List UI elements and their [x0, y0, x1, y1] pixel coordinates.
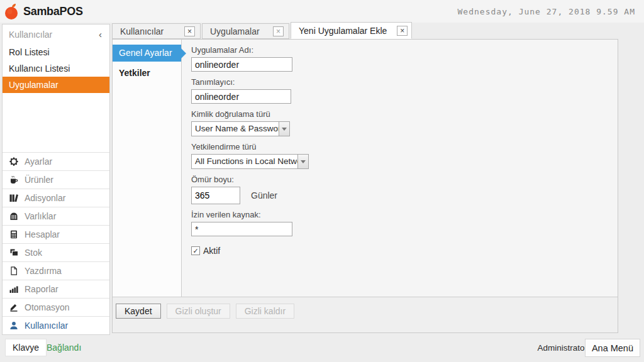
content-panel: Genel Ayarlar Yetkiler Uygulamalar Adı: … [112, 39, 618, 333]
module-label: Adisyonlar [25, 193, 65, 203]
module-stok[interactable]: Stok [3, 243, 109, 261]
module-label: Raporlar [25, 284, 58, 294]
calculator-icon [8, 229, 19, 239]
tab-label: Uygulamalar [210, 26, 260, 36]
tab-yeni-uygulamalar-ekle[interactable]: Yeni Uygulamalar Ekle × [291, 22, 412, 39]
module-label: Yazdırma [25, 266, 62, 276]
storefront-icon [8, 211, 19, 221]
authz-type-label: Yetkilendirme türü [191, 142, 443, 151]
sidebar-section-title: Kullanıcılar [9, 30, 52, 40]
auth-type-value: User Name & Password [192, 122, 279, 136]
action-button-bar: Kaydet Gizli oluştur Gizli kaldır [113, 297, 618, 332]
settings-side-menu: Genel Ayarlar Yetkiler [113, 40, 182, 297]
dropdown-arrow-icon[interactable] [297, 155, 308, 168]
active-checkbox[interactable]: ✓ [191, 246, 200, 255]
books-icon [8, 193, 19, 203]
footer-bar: Klavye Bağlandı Administrator Ana Menü [0, 336, 644, 362]
sambapos-apple-icon [3, 3, 20, 20]
tab-label: Kullanıcılar [120, 26, 164, 36]
close-icon[interactable]: × [184, 26, 195, 36]
auth-type-select[interactable]: User Name & Password [191, 121, 290, 136]
module-otomasyon[interactable]: Otomasyon [3, 298, 109, 316]
app-name-input[interactable] [191, 57, 292, 72]
sidebar: Kullanıcılar ‹ Rol Listesi Kullanıcı Lis… [2, 24, 110, 335]
authz-type-select[interactable]: All Functions in Local Network [191, 154, 309, 169]
sidebar-section-header: Kullanıcılar ‹ [3, 25, 109, 44]
pencil-icon [8, 302, 19, 312]
lifetime-input[interactable] [191, 187, 240, 204]
authz-type-value: All Functions in Local Network [192, 155, 297, 168]
active-checkbox-label: Aktif [203, 246, 220, 256]
tab-uygulamalar[interactable]: Uygulamalar × [202, 23, 289, 39]
save-button[interactable]: Kaydet [116, 304, 161, 319]
module-label: Stok [25, 248, 42, 258]
module-hesaplar[interactable]: Hesaplar [3, 225, 109, 243]
coffee-cup-icon [8, 175, 19, 185]
module-yazdirma[interactable]: Yazdırma [3, 261, 109, 280]
module-label: Otomasyon [25, 302, 70, 312]
datetime-display: Wednesday, June 27, 2018 9.59 AM [458, 7, 635, 16]
sidebar-item-uygulamalar[interactable]: Uygulamalar [3, 77, 109, 93]
header-bar: SambaPOS Wednesday, June 27, 2018 9.59 A… [0, 0, 644, 23]
tab-kullanicilar[interactable]: Kullanıcılar × [112, 23, 201, 39]
bar-chart-icon [8, 284, 19, 294]
keyboard-button[interactable]: Klavye [5, 339, 47, 356]
module-urunler[interactable]: Ürünler [3, 170, 109, 189]
close-icon[interactable]: × [273, 26, 284, 36]
module-ayarlar[interactable]: Ayarlar [3, 152, 109, 170]
auth-type-label: Kimlik doğrulama türü [191, 109, 443, 119]
identifier-label: Tanımlayıcı: [191, 77, 443, 87]
app-name-label: Uygulamalar Adı: [191, 45, 443, 55]
module-list: Ayarlar Ürünler Adisyonlar Varlıklar Hes… [3, 152, 109, 334]
module-label: Hesaplar [25, 229, 60, 239]
allowed-source-label: İzin verilen kaynak: [191, 210, 443, 219]
module-label: Ürünler [25, 175, 53, 185]
tab-bar: Kullanıcılar × Uygulamalar × Yeni Uygula… [112, 22, 413, 39]
app-logo: SambaPOS [3, 3, 83, 20]
lifetime-suffix: Günler [251, 190, 277, 200]
logged-in-user: Administrator [537, 343, 587, 353]
active-check-row: ✓ Aktif [191, 246, 443, 256]
main-menu-button[interactable]: Ana Menü [585, 339, 640, 357]
sidebar-item-rol-listesi[interactable]: Rol Listesi [3, 44, 109, 60]
identifier-input[interactable] [191, 89, 291, 104]
collapse-chevron-icon[interactable]: ‹ [99, 31, 102, 38]
module-varliklar[interactable]: Varlıklar [3, 207, 109, 225]
remove-secret-button[interactable]: Gizli kaldır [236, 304, 294, 319]
module-adisyonlar[interactable]: Adisyonlar [3, 189, 109, 207]
app-name: SambaPOS [23, 5, 83, 18]
lifetime-row: Günler [191, 187, 443, 204]
layers-icon [8, 248, 19, 258]
document-icon [8, 266, 19, 276]
close-icon[interactable]: × [397, 26, 408, 36]
module-kullanicilar[interactable]: Kullanıcılar [3, 316, 109, 334]
create-secret-button[interactable]: Gizli oluştur [167, 304, 230, 319]
dropdown-arrow-icon[interactable] [279, 122, 289, 136]
allowed-source-input[interactable] [191, 222, 292, 236]
module-raporlar[interactable]: Raporlar [3, 280, 109, 298]
lifetime-label: Ömür boyu: [191, 175, 443, 184]
module-label: Ayarlar [25, 156, 52, 167]
application-form: Uygulamalar Adı: Tanımlayıcı: Kimlik doğ… [191, 45, 443, 256]
sidebar-item-kullanici-listesi[interactable]: Kullanıcı Listesi [3, 60, 109, 77]
connection-status: Bağlandı [47, 343, 81, 353]
person-icon [8, 321, 19, 331]
module-label: Varlıklar [25, 211, 56, 221]
gear-icon [8, 156, 19, 167]
tab-label: Yeni Uygulamalar Ekle [299, 26, 387, 36]
side-tab-genel-ayarlar[interactable]: Genel Ayarlar [113, 45, 181, 62]
side-tab-yetkiler[interactable]: Yetkiler [113, 65, 181, 82]
module-label: Kullanıcılar [25, 321, 68, 331]
